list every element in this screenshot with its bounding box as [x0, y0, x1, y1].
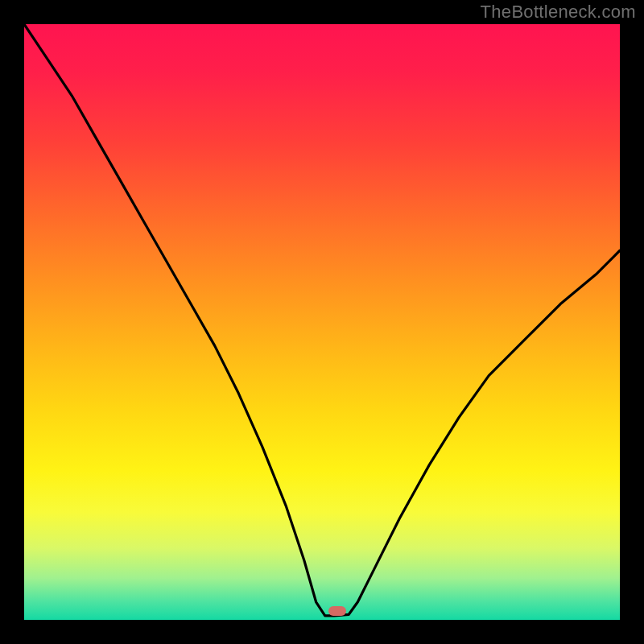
chart-stage: TheBottleneck.com: [0, 0, 644, 644]
curve-path: [24, 24, 620, 616]
bottleneck-curve: [24, 24, 620, 620]
plot-area: [24, 24, 620, 620]
watermark-text: TheBottleneck.com: [481, 2, 636, 23]
marker-dot: [328, 606, 346, 616]
